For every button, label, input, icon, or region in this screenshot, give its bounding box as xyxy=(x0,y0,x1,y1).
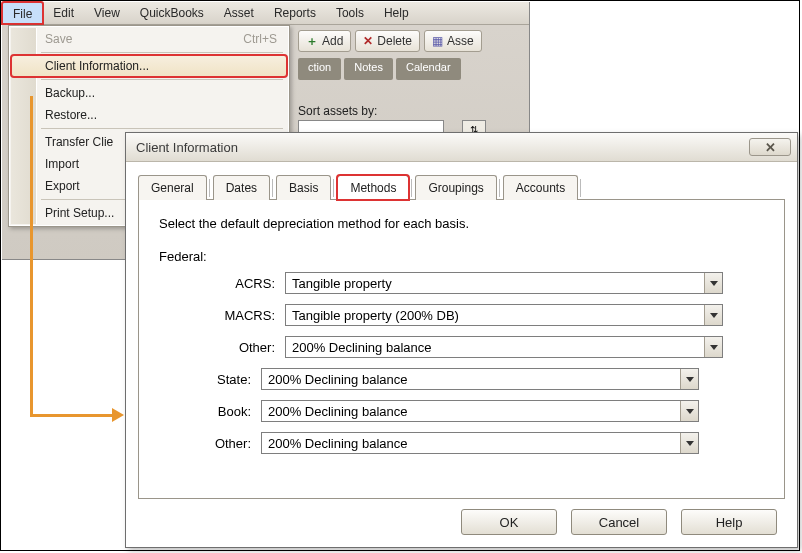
combo-other-federal[interactable]: 200% Declining balance xyxy=(285,336,723,358)
panel-instruction: Select the default depreciation method f… xyxy=(159,216,764,231)
label-other-federal: Other: xyxy=(183,340,275,355)
toolbar-add-label: Add xyxy=(322,34,343,48)
menu-view[interactable]: View xyxy=(84,2,130,24)
menu-asset[interactable]: Asset xyxy=(214,2,264,24)
annotation-arrow xyxy=(30,414,112,417)
dialog-title: Client Information xyxy=(136,140,238,155)
label-macrs: MACRS: xyxy=(183,308,275,323)
menu-item-client-information[interactable]: Client Information... xyxy=(11,55,287,77)
combo-other[interactable]: 200% Declining balance xyxy=(261,432,699,454)
subtab-notes[interactable]: Notes xyxy=(344,58,393,80)
subtab-ction[interactable]: ction xyxy=(298,58,341,80)
menu-item-backup-label: Backup... xyxy=(37,86,287,100)
menu-item-save-shortcut: Ctrl+S xyxy=(243,32,287,46)
dialog-button-row: OK Cancel Help xyxy=(461,509,777,535)
menu-file[interactable]: File xyxy=(2,2,43,24)
toolbar-asset-button[interactable]: ▦Asse xyxy=(424,30,482,52)
toolbar-add-button[interactable]: ＋Add xyxy=(298,30,351,52)
chevron-down-icon xyxy=(680,401,698,421)
label-book: Book: xyxy=(159,404,251,419)
label-state: State: xyxy=(159,372,251,387)
chevron-down-icon xyxy=(704,337,722,357)
annotation-arrow xyxy=(30,96,33,414)
combo-macrs[interactable]: Tangible property (200% DB) xyxy=(285,304,723,326)
menu-help[interactable]: Help xyxy=(374,2,419,24)
delete-icon: ✕ xyxy=(363,34,373,48)
grid-icon: ▦ xyxy=(432,34,443,48)
annotation-arrow-head xyxy=(112,408,124,422)
combo-macrs-value: Tangible property (200% DB) xyxy=(292,308,459,323)
chevron-down-icon xyxy=(704,305,722,325)
combo-other-value: 200% Declining balance xyxy=(268,436,407,451)
menu-item-save-label: Save xyxy=(37,32,243,46)
subtab-calendar[interactable]: Calendar xyxy=(396,58,461,80)
menu-item-save: Save Ctrl+S xyxy=(11,28,287,50)
cancel-button[interactable]: Cancel xyxy=(571,509,667,535)
combo-acrs-value: Tangible property xyxy=(292,276,392,291)
subtabs: ction Notes Calendar xyxy=(298,58,529,80)
menubar: File Edit View QuickBooks Asset Reports … xyxy=(2,2,529,25)
dialog-tabstrip: General Dates Basis Methods Groupings Ac… xyxy=(138,175,785,200)
tab-general[interactable]: General xyxy=(138,175,207,200)
tab-groupings[interactable]: Groupings xyxy=(415,175,496,200)
combo-state[interactable]: 200% Declining balance xyxy=(261,368,699,390)
tab-dates[interactable]: Dates xyxy=(213,175,270,200)
section-label-federal: Federal: xyxy=(159,249,764,264)
client-information-dialog: Client Information ✕ General Dates Basis… xyxy=(125,132,798,548)
chevron-down-icon xyxy=(704,273,722,293)
tab-methods[interactable]: Methods xyxy=(337,175,409,200)
combo-book[interactable]: 200% Declining balance xyxy=(261,400,699,422)
tab-basis[interactable]: Basis xyxy=(276,175,331,200)
menu-edit[interactable]: Edit xyxy=(43,2,84,24)
tab-accounts[interactable]: Accounts xyxy=(503,175,578,200)
menu-quickbooks[interactable]: QuickBooks xyxy=(130,2,214,24)
chevron-down-icon xyxy=(680,433,698,453)
combo-acrs[interactable]: Tangible property xyxy=(285,272,723,294)
label-other: Other: xyxy=(159,436,251,451)
dialog-titlebar: Client Information ✕ xyxy=(126,133,797,162)
combo-book-value: 200% Declining balance xyxy=(268,404,407,419)
toolbar-delete-label: Delete xyxy=(377,34,412,48)
close-icon: ✕ xyxy=(765,140,776,155)
sort-assets-label: Sort assets by: xyxy=(298,104,377,118)
ok-button[interactable]: OK xyxy=(461,509,557,535)
label-acrs: ACRS: xyxy=(183,276,275,291)
combo-state-value: 200% Declining balance xyxy=(268,372,407,387)
menu-tools[interactable]: Tools xyxy=(326,2,374,24)
menu-reports[interactable]: Reports xyxy=(264,2,326,24)
menu-item-restore-label: Restore... xyxy=(37,108,287,122)
combo-other-federal-value: 200% Declining balance xyxy=(292,340,431,355)
help-button[interactable]: Help xyxy=(681,509,777,535)
menu-item-backup[interactable]: Backup... xyxy=(11,82,287,104)
chevron-down-icon xyxy=(680,369,698,389)
menu-item-restore[interactable]: Restore... xyxy=(11,104,287,126)
plus-icon: ＋ xyxy=(306,33,318,50)
tab-panel: Select the default depreciation method f… xyxy=(138,199,785,499)
toolbar-asset-label: Asse xyxy=(447,34,474,48)
dialog-close-button[interactable]: ✕ xyxy=(749,138,791,156)
toolbar-delete-button[interactable]: ✕Delete xyxy=(355,30,420,52)
menu-item-client-info-label: Client Information... xyxy=(37,59,287,73)
